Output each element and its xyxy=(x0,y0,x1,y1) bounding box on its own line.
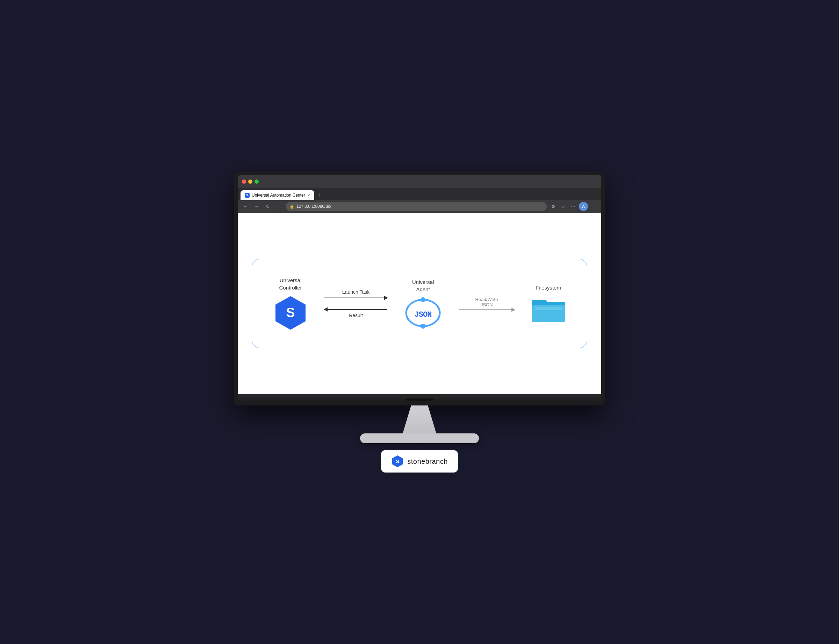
svg-text:JSON: JSON xyxy=(415,310,432,319)
svg-text:S: S xyxy=(396,458,399,464)
lock-icon: 🔒 xyxy=(290,204,294,209)
launch-task-label: Launch Task xyxy=(342,289,369,295)
tab-favicon: S xyxy=(245,193,250,198)
rw-arrow-line xyxy=(459,309,514,310)
diagram-container: Universal Controller S xyxy=(252,259,587,348)
browser-toolbar: ← → ↻ ⌂ 🔒 127.0.0.1:8080/uc/ ⚙ ☆ ⋯ A ⋮ xyxy=(238,200,601,213)
filesystem-label: Filesystem xyxy=(536,284,561,291)
star-icon[interactable]: ☆ xyxy=(559,202,567,210)
profile-icon[interactable]: A xyxy=(579,202,588,211)
filesystem-folder-icon xyxy=(531,296,566,324)
monitor: S Universal Automation Center × + ← → ↻ … xyxy=(234,171,605,406)
close-button[interactable] xyxy=(242,179,246,184)
agent-label: Universal Agent xyxy=(412,278,434,293)
svg-text:S: S xyxy=(286,305,295,320)
forward-button[interactable]: → xyxy=(252,202,261,210)
svg-point-3 xyxy=(420,297,425,302)
browser-chrome: S Universal Automation Center × + ← → ↻ … xyxy=(238,175,601,394)
arrow-line-left xyxy=(325,309,387,310)
browser-titlebar xyxy=(238,175,601,188)
result-arrow-line xyxy=(325,309,387,310)
home-button[interactable]: ⌂ xyxy=(275,202,283,210)
address-bar[interactable]: 🔒 127.0.0.1:8080/uc/ xyxy=(286,202,547,211)
monitor-stand-neck xyxy=(399,406,440,434)
monitor-bezel-bottom xyxy=(238,394,601,402)
traffic-lights xyxy=(242,179,259,184)
extensions-icon[interactable]: ⚙ xyxy=(549,202,557,210)
result-arrow: Result xyxy=(325,309,387,318)
toolbar-actions: ⚙ ☆ ⋯ A ⋮ xyxy=(549,202,598,211)
connector-1: Launch Task xyxy=(325,289,387,318)
minimize-button[interactable] xyxy=(248,179,252,184)
read-write-label: Read/Write JSON xyxy=(475,297,498,307)
maximize-button[interactable] xyxy=(254,179,259,184)
read-write-arrow xyxy=(459,309,514,310)
menu-icon[interactable]: ⋮ xyxy=(590,202,598,210)
controller-label: Universal Controller xyxy=(279,277,302,291)
arrowhead-right xyxy=(384,296,388,300)
monitor-stand-base xyxy=(360,434,479,443)
scene: S Universal Automation Center × + ← → ↻ … xyxy=(227,171,612,473)
controller-hexagon-icon: S xyxy=(273,296,308,330)
tab-close-icon[interactable]: × xyxy=(307,192,310,198)
rw-arrowhead xyxy=(511,308,515,312)
bookmark-icon[interactable]: ⋯ xyxy=(569,202,577,210)
arrowhead-left xyxy=(324,307,328,312)
new-tab-button[interactable]: + xyxy=(314,191,324,200)
svg-point-4 xyxy=(420,324,425,329)
controller-node: Universal Controller S xyxy=(273,277,308,330)
launch-task-arrow: Launch Task xyxy=(325,289,387,298)
footer-brand: S stonebranch xyxy=(381,450,458,473)
back-button[interactable]: ← xyxy=(241,202,250,210)
svg-rect-8 xyxy=(534,307,562,310)
filesystem-node: Filesystem xyxy=(531,284,566,324)
tab-bar: S Universal Automation Center × + xyxy=(238,188,601,200)
url-text: 127.0.0.1:8080/uc/ xyxy=(297,204,331,209)
tab-title: Universal Automation Center xyxy=(252,193,305,198)
arrow-line-right xyxy=(325,297,387,298)
connector-2: Read/Write JSON xyxy=(459,297,514,310)
agent-node: Universal Agent JSON xyxy=(404,278,442,329)
launch-task-arrow-line xyxy=(325,297,387,298)
brand-hex-icon: S xyxy=(391,455,404,468)
reload-button[interactable]: ↻ xyxy=(264,202,272,210)
active-tab[interactable]: S Universal Automation Center × xyxy=(241,191,314,200)
brand-name: stonebranch xyxy=(407,457,448,465)
result-label: Result xyxy=(349,312,363,318)
browser-content: Universal Controller S xyxy=(238,213,601,394)
agent-json-icon: JSON xyxy=(404,297,442,329)
